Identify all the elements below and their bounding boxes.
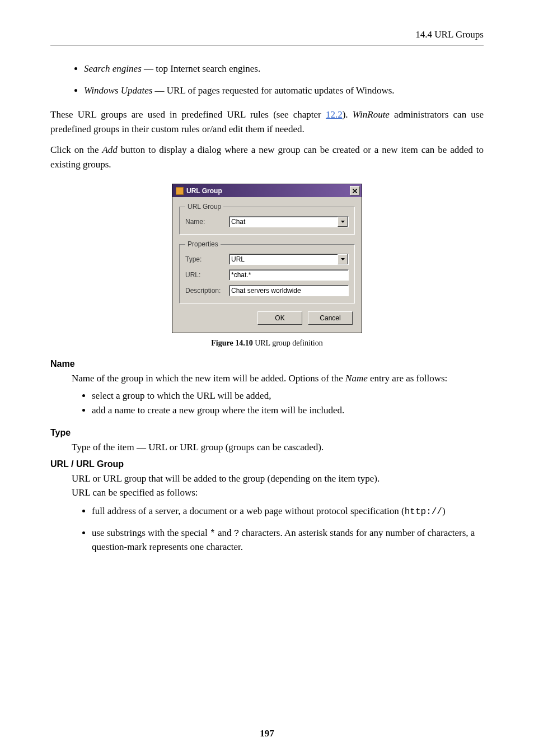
term-desc: — top Internet search engines. [142, 63, 260, 74]
chevron-down-icon [341, 221, 345, 223]
close-button[interactable] [350, 186, 360, 195]
app-icon [176, 187, 184, 195]
type-label: Type: [185, 255, 229, 263]
dialog-title: URL Group [186, 187, 222, 195]
list-item: Windows Updates — URL of pages requested… [84, 84, 484, 98]
text: Click on the [50, 144, 102, 155]
italic-term: Name [345, 373, 368, 384]
cancel-button[interactable]: Cancel [308, 311, 353, 325]
type-value: URL [231, 255, 245, 263]
button-ref: Add [102, 144, 117, 155]
figure-number: Figure 14.10 [211, 339, 252, 347]
list-item: Search engines — top Internet search eng… [84, 62, 484, 76]
text: ). [343, 109, 353, 120]
type-combobox[interactable]: URL [229, 254, 349, 265]
paragraph: These URL groups are used in predefined … [50, 108, 484, 136]
url-value: *chat.* [231, 271, 251, 279]
text: entry are as follows: [368, 373, 448, 384]
definition-body: Type of the item — URL or URL group (gro… [72, 440, 484, 455]
code: http:// [405, 507, 442, 517]
header-rule [50, 45, 484, 45]
url-input[interactable]: *chat.* [229, 269, 349, 281]
text: URL can be specified as follows: [72, 487, 198, 498]
ok-button[interactable]: OK [257, 311, 302, 325]
chapter-link[interactable]: 12.2 [326, 109, 343, 120]
list-item: select a group to which the URL will be … [92, 389, 484, 403]
description-label: Description: [185, 287, 229, 295]
list-item: add a name to create a new group where t… [92, 404, 484, 418]
text: full address of a server, a document or … [92, 506, 405, 516]
dialog-titlebar: URL Group [172, 184, 362, 197]
dialog-window: URL Group URL Group Name: Chat [172, 184, 362, 333]
definition-term-url-group: URL / URL Group [50, 459, 484, 469]
intro-bullet-list: Search engines — top Internet search eng… [84, 62, 484, 97]
name-label: Name: [185, 218, 229, 226]
list-item: use substrings with the special * and ? … [92, 526, 484, 554]
code: * [210, 529, 216, 539]
chevron-down-icon [341, 258, 345, 260]
list-item: full address of a server, a document or … [92, 505, 484, 519]
fieldset-legend: Properties [185, 240, 221, 248]
figure-text: URL group definition [253, 339, 323, 347]
properties-fieldset: Properties Type: URL URL: *ch [179, 240, 355, 304]
text: and [216, 528, 234, 538]
product-name: WinRoute [353, 109, 390, 120]
definition-body: URL or URL group that will be added to t… [72, 472, 484, 554]
paragraph: Click on the Add button to display a dia… [50, 143, 484, 171]
term: Windows Updates [84, 85, 152, 96]
definition-term-name: Name [50, 359, 484, 369]
dropdown-button[interactable] [338, 254, 348, 264]
term: Search engines [84, 63, 142, 74]
page-number: 197 [0, 728, 534, 739]
definition-body: Name of the group in which the new item … [72, 371, 484, 418]
definition-term-type: Type [50, 428, 484, 438]
url-group-dialog-figure: URL Group URL Group Name: Chat [172, 184, 362, 333]
description-input[interactable]: Chat servers worldwide [229, 285, 349, 296]
url-group-fieldset: URL Group Name: Chat [179, 203, 355, 235]
name-value: Chat [231, 218, 245, 226]
page-header-section: 14.4 URL Groups [50, 29, 484, 40]
fieldset-legend: URL Group [185, 203, 223, 211]
text: ) [442, 506, 446, 516]
figure-caption: Figure 14.10 URL group definition [50, 339, 484, 348]
text: URL or URL group that will be added to t… [72, 473, 380, 484]
dropdown-button[interactable] [338, 217, 348, 227]
text: use substrings with the special [92, 528, 210, 538]
code: ? [234, 529, 240, 539]
close-icon [353, 189, 357, 193]
term-desc: — URL of pages requested for automatic u… [152, 85, 394, 96]
text: Name of the group in which the new item … [72, 373, 345, 384]
text: These URL groups are used in predefined … [50, 109, 326, 120]
name-combobox[interactable]: Chat [229, 216, 349, 227]
url-label: URL: [185, 271, 229, 279]
description-value: Chat servers worldwide [231, 287, 301, 295]
